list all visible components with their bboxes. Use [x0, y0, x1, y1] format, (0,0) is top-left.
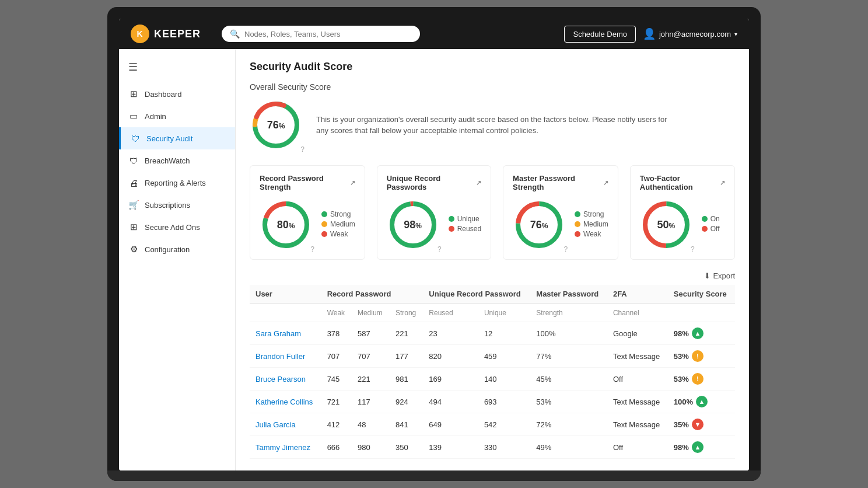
cell-unique: 459: [478, 345, 530, 368]
schedule-demo-button[interactable]: Schedule Demo: [564, 26, 636, 43]
search-input[interactable]: [244, 30, 412, 39]
table-row: Tammy Jimenez 666 980 350 139 330 49% Of…: [250, 436, 735, 459]
sidebar-label-reporting: Reporting & Alerts: [145, 179, 206, 187]
external-link-icon[interactable]: ↗: [350, 179, 355, 187]
cell-medium: 117: [352, 391, 390, 413]
gauge-value-master-password-strength: 76%: [530, 219, 548, 231]
table-row: Katherine Collins 721 117 924 494 693 53…: [250, 391, 735, 413]
legend-label: Weak: [330, 230, 348, 238]
metric-card-record-password-strength: Record Password Strength ↗ 80% ? Strong …: [250, 165, 365, 260]
legend-label: Reused: [457, 225, 481, 233]
chevron-down-icon: ▾: [734, 31, 737, 37]
cell-strong: 177: [390, 345, 423, 368]
sub-score: [668, 304, 735, 322]
addons-icon: ⊞: [128, 222, 139, 232]
cell-weak: 378: [321, 322, 352, 345]
legend-item: On: [702, 215, 720, 223]
search-bar[interactable]: 🔍: [222, 26, 420, 42]
cell-reused: 494: [423, 391, 478, 413]
main-layout: ☰ ⊞ Dashboard ▭ Admin 🛡 Security Audit 🛡…: [119, 49, 749, 470]
users-table: User Record Password Unique Record Passw…: [250, 285, 735, 459]
col-2fa: 2FA: [607, 285, 668, 304]
user-menu[interactable]: 👤 john@acmecorp.com ▾: [643, 27, 737, 40]
overall-score-value: 76%: [267, 119, 285, 131]
user-link[interactable]: Sara Graham: [256, 329, 301, 338]
legend-item: Medium: [321, 220, 355, 228]
cell-strength: 49%: [530, 436, 607, 459]
gauge-master-password-strength: 76% ?: [513, 198, 565, 251]
metric-card-unique-record-passwords: Unique Record Passwords ↗ 98% ? Unique R…: [377, 165, 491, 260]
legend-label: On: [710, 215, 720, 223]
cell-score: 98% ▲: [668, 322, 735, 345]
cell-medium: 707: [352, 345, 390, 368]
sub-weak: Weak: [321, 304, 352, 322]
gauge-help-two-factor-auth[interactable]: ?: [691, 245, 695, 253]
external-link-icon[interactable]: ↗: [720, 179, 725, 187]
gauge-help-unique-record-passwords[interactable]: ?: [438, 245, 442, 253]
sidebar-item-configuration[interactable]: ⚙ Configuration: [119, 238, 235, 260]
cell-channel: Text Message: [607, 391, 668, 413]
overall-help-icon[interactable]: ?: [300, 145, 304, 154]
reporting-icon: 🖨: [128, 177, 139, 188]
table-row: Brandon Fuller 707 707 177 820 459 77% T…: [250, 345, 735, 368]
export-button[interactable]: ⬇ Export: [704, 271, 735, 280]
cell-strong: 924: [390, 391, 423, 413]
page-title: Security Audit Score: [250, 61, 735, 73]
cell-medium: 221: [352, 368, 390, 391]
sub-reused: Reused: [423, 304, 478, 322]
external-link-icon[interactable]: ↗: [476, 179, 481, 187]
sub-strength: Strength: [530, 304, 607, 322]
cell-unique: 12: [478, 322, 530, 345]
table-row: Julia Garcia 412 48 841 649 542 72% Text…: [250, 413, 735, 436]
cell-user: Julia Garcia: [250, 413, 321, 436]
metric-legend-master-password-strength: Strong Medium Weak: [575, 210, 608, 240]
user-link[interactable]: Bruce Pearson: [256, 375, 306, 384]
sidebar-item-admin[interactable]: ▭ Admin: [119, 105, 235, 127]
legend-dot: [321, 211, 327, 217]
cell-strength: 45%: [530, 368, 607, 391]
cell-score: 53% !: [668, 368, 735, 391]
gauge-help-master-password-strength[interactable]: ?: [564, 245, 568, 253]
cell-channel: Off: [607, 368, 668, 391]
gauge-value-unique-record-passwords: 98%: [404, 219, 422, 231]
search-icon: 🔍: [230, 29, 240, 39]
metric-title-record-password-strength: Record Password Strength ↗: [260, 174, 355, 191]
score-badge-icon: ▲: [692, 441, 704, 453]
user-link[interactable]: Tammy Jimenez: [256, 443, 310, 452]
legend-dot: [702, 226, 708, 232]
table-header-row: User Record Password Unique Record Passw…: [250, 285, 735, 304]
cell-user: Sara Graham: [250, 322, 321, 345]
gauge-help-record-password-strength[interactable]: ?: [310, 245, 314, 253]
score-badge: 53% !: [674, 373, 704, 385]
user-link[interactable]: Katherine Collins: [256, 398, 313, 406]
overall-gauge: 76% ?: [250, 99, 302, 151]
sidebar-item-security-audit[interactable]: 🛡 Security Audit: [119, 127, 235, 149]
cell-strength: 72%: [530, 413, 607, 436]
metric-title-unique-record-passwords: Unique Record Passwords ↗: [387, 174, 481, 191]
col-unique-record-password: Unique Record Password: [423, 285, 530, 304]
sidebar-item-breachwatch[interactable]: 🛡 BreachWatch: [119, 149, 235, 172]
cell-score: 35% ▼: [668, 413, 735, 436]
menu-toggle[interactable]: ☰: [119, 56, 235, 83]
sidebar-item-dashboard[interactable]: ⊞ Dashboard: [119, 83, 235, 105]
legend-dot: [449, 226, 454, 232]
download-icon: ⬇: [704, 271, 710, 280]
cell-user: Tammy Jimenez: [250, 436, 321, 459]
metric-legend-two-factor-auth: On Off: [702, 215, 720, 235]
user-link[interactable]: Julia Garcia: [256, 420, 296, 429]
sidebar-item-secure-addons[interactable]: ⊞ Secure Add Ons: [119, 216, 235, 238]
external-link-icon[interactable]: ↗: [603, 179, 608, 187]
sidebar-item-reporting-alerts[interactable]: 🖨 Reporting & Alerts: [119, 172, 235, 194]
score-badge: 100% ▲: [674, 396, 708, 407]
cell-reused: 169: [423, 368, 478, 391]
cell-medium: 48: [352, 413, 390, 436]
cell-strong: 221: [390, 322, 423, 345]
sub-channel: Channel: [607, 304, 668, 322]
sidebar-item-subscriptions[interactable]: 🛒 Subscriptions: [119, 194, 235, 216]
gauge-two-factor-auth: 50% ?: [640, 198, 692, 251]
legend-dot: [575, 231, 580, 237]
user-link[interactable]: Brandon Fuller: [256, 352, 305, 361]
metric-title-master-password-strength: Master Password Strength ↗: [513, 174, 608, 191]
cell-user: Bruce Pearson: [250, 368, 321, 391]
legend-label: Medium: [583, 220, 608, 228]
